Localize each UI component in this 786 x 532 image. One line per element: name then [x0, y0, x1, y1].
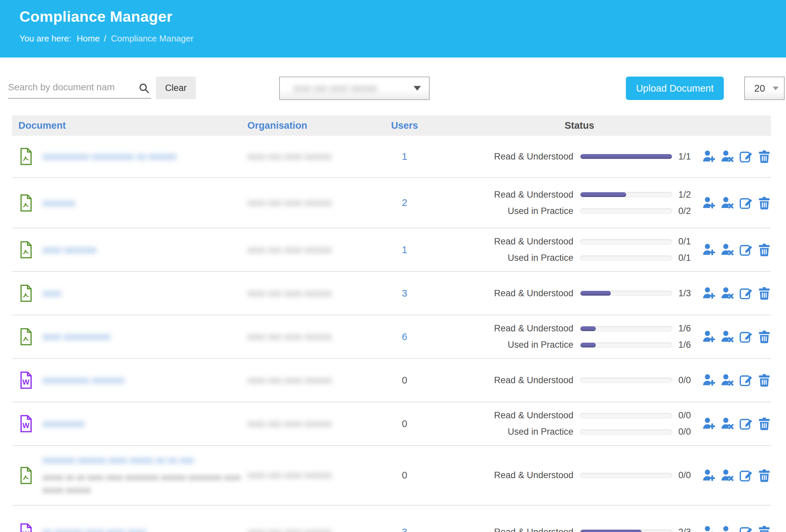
- pdf-file-icon: [18, 147, 34, 166]
- status-ratio: 0/1: [678, 253, 699, 263]
- upload-document-button[interactable]: Upload Document: [626, 76, 724, 100]
- clear-button[interactable]: Clear: [156, 76, 196, 99]
- remove-user-button[interactable]: [721, 286, 734, 300]
- delete-button[interactable]: [758, 243, 771, 256]
- users-count-link[interactable]: 3: [402, 288, 407, 299]
- organisation-filter-select[interactable]: xxxx xxx xxxx xxxxxx: [279, 76, 430, 100]
- trash-icon: [758, 417, 771, 430]
- edit-icon: [739, 417, 753, 430]
- document-link[interactable]: xxxxxxxxxx xxxxxxx: [43, 375, 125, 386]
- document-link[interactable]: xxxxxxx xxxxxx xxxx xxxxx xx xx xxx: [43, 455, 241, 465]
- column-header-organisation[interactable]: Organisation: [248, 120, 381, 131]
- status-line: Read & Understood2/3: [428, 527, 702, 532]
- page-size-select[interactable]: 20: [744, 76, 785, 100]
- remove-user-button[interactable]: [721, 525, 734, 532]
- add-user-button[interactable]: [702, 243, 716, 256]
- search-input[interactable]: [8, 76, 132, 93]
- add-user-button[interactable]: [702, 469, 716, 482]
- user-plus-icon: [702, 373, 716, 387]
- document-link[interactable]: xxxxxxxxxx xxxxxxxxx xx xxxxxx: [43, 151, 177, 162]
- user-times-icon: [721, 330, 734, 343]
- add-user-button[interactable]: [702, 330, 716, 343]
- status-line: Used in Practice0/1: [428, 253, 702, 263]
- document-link[interactable]: xxxx: [43, 288, 61, 299]
- users-count-link[interactable]: 3: [402, 527, 407, 532]
- remove-user-button[interactable]: [721, 469, 734, 482]
- organisation-cell: xxxx xxx xxxx xxxxxx: [248, 419, 381, 429]
- add-user-button[interactable]: [702, 150, 716, 163]
- users-count-link[interactable]: 6: [402, 331, 407, 342]
- remove-user-button[interactable]: [721, 150, 734, 163]
- users-count-link[interactable]: 1: [402, 151, 407, 162]
- status-ratio: 0/0: [678, 470, 699, 481]
- add-user-button[interactable]: [702, 417, 716, 430]
- document-cell: xxxx: [12, 284, 248, 303]
- edit-button[interactable]: [739, 525, 753, 532]
- breadcrumb-home-link[interactable]: Home: [76, 33, 100, 44]
- actions-cell: [702, 330, 771, 343]
- column-header-users[interactable]: Users: [381, 120, 428, 131]
- user-times-icon: [721, 417, 734, 430]
- document-link[interactable]: xxxx xxxxxxx: [43, 245, 97, 255]
- trash-icon: [758, 525, 771, 532]
- actions-cell: [702, 286, 771, 300]
- edit-button[interactable]: [739, 330, 753, 343]
- delete-button[interactable]: [758, 525, 771, 532]
- document-cell: xxxx xxxxxxxxxx: [12, 327, 248, 346]
- actions-cell: [702, 469, 771, 482]
- remove-user-button[interactable]: [721, 243, 734, 256]
- user-times-icon: [721, 373, 734, 387]
- add-user-button[interactable]: [702, 525, 716, 532]
- users-count-link[interactable]: 1: [402, 245, 407, 255]
- edit-button[interactable]: [739, 286, 753, 300]
- delete-button[interactable]: [758, 196, 771, 210]
- add-user-button[interactable]: [702, 286, 716, 300]
- document-link[interactable]: xxxxxxx: [43, 198, 75, 208]
- remove-user-button[interactable]: [721, 417, 734, 430]
- edit-button[interactable]: [739, 243, 753, 256]
- table-row: xxxxxxxxxx xxxxxxxxx xx xxxxxx xxxx xxx …: [12, 136, 771, 178]
- users-cell: 1: [381, 151, 428, 162]
- remove-user-button[interactable]: [721, 373, 734, 387]
- pdf-file-icon: [18, 193, 34, 212]
- status-line: Read & Understood0/0: [428, 375, 702, 386]
- status-label: Used in Practice: [428, 253, 580, 263]
- toolbar: Clear xxxx xxx xxxx xxxxxx Upload Docume…: [0, 76, 786, 101]
- status-cell: Read & Understood0/0: [428, 375, 702, 386]
- user-times-icon: [721, 525, 734, 532]
- document-link[interactable]: xxxxxxxxx: [43, 418, 85, 429]
- delete-button[interactable]: [758, 330, 771, 343]
- add-user-button[interactable]: [702, 196, 716, 210]
- edit-button[interactable]: [739, 196, 753, 210]
- document-cell: W xxxxxxxxxx xxxxxxx: [12, 371, 248, 390]
- table-row: xxxx xxxx xxx xxxx xxxxxx 3 Read & Under…: [12, 272, 771, 315]
- remove-user-button[interactable]: [721, 196, 734, 210]
- progress-bar: [580, 377, 672, 383]
- delete-button[interactable]: [758, 373, 771, 387]
- document-link[interactable]: xx xxxxxx xxxx xxxx xxxx: [43, 527, 146, 532]
- delete-button[interactable]: [758, 469, 771, 482]
- user-plus-icon: [702, 417, 716, 430]
- breadcrumb-separator: /: [104, 33, 106, 44]
- column-header-document[interactable]: Document: [12, 120, 248, 131]
- organisation-cell: xxxx xxx xxxx xxxxxx: [248, 470, 381, 481]
- delete-button[interactable]: [758, 150, 771, 163]
- add-user-button[interactable]: [702, 373, 716, 387]
- status-label: Used in Practice: [428, 206, 580, 216]
- remove-user-button[interactable]: [721, 330, 734, 343]
- status-line: Read & Understood1/2: [428, 190, 702, 200]
- status-cell: Read & Understood0/1Used in Practice0/1: [428, 236, 702, 263]
- status-line: Read & Understood0/0: [428, 410, 702, 421]
- delete-button[interactable]: [758, 417, 771, 430]
- edit-icon: [739, 286, 753, 300]
- edit-button[interactable]: [739, 469, 753, 482]
- document-link[interactable]: xxxx xxxxxxxxxx: [43, 331, 111, 342]
- delete-button[interactable]: [758, 286, 771, 300]
- table-row: xxxxxxx xxxx xxx xxxx xxxxxx 2 Read & Un…: [12, 178, 771, 228]
- status-ratio: 2/3: [678, 527, 699, 532]
- edit-button[interactable]: [739, 417, 753, 430]
- edit-button[interactable]: [739, 150, 753, 163]
- edit-button[interactable]: [739, 373, 753, 387]
- status-cell: Read & Understood0/0: [428, 470, 702, 481]
- users-count-link[interactable]: 2: [402, 197, 407, 208]
